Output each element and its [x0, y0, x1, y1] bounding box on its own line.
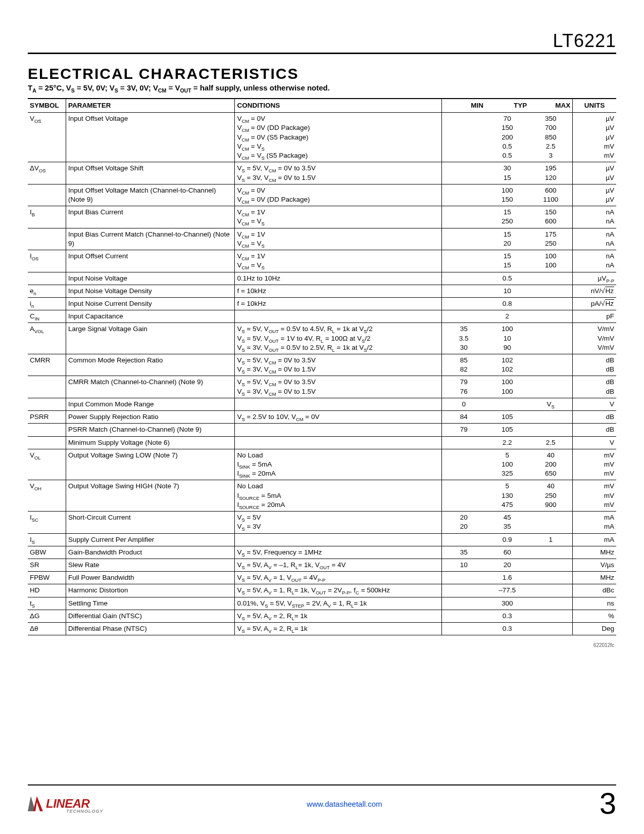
- cell-symbol: SR: [28, 559, 66, 571]
- cell-parameter: Supply Current Per Amplifier: [66, 533, 235, 546]
- cell-parameter: Output Voltage Swing LOW (Note 7): [66, 449, 235, 480]
- cell-min: [442, 584, 485, 597]
- cell-typ: 4535: [485, 512, 529, 533]
- table-row: Input Offset Voltage Match (Channel-to-C…: [28, 184, 616, 206]
- cell-units: mVmVmV: [573, 449, 616, 480]
- cell-max: [529, 610, 572, 622]
- cell-parameter: Gain-Bandwidth Product: [66, 546, 235, 559]
- cell-conditions: [235, 398, 442, 410]
- cell-symbol: ΔVOS: [28, 162, 66, 184]
- cell-symbol: GBW: [28, 546, 66, 559]
- cell-typ: 5130475: [485, 480, 529, 512]
- table-row: PSRR Match (Channel-to-Channel) (Note 9)…: [28, 424, 616, 436]
- cell-typ: 20: [485, 559, 529, 571]
- cell-symbol: in: [28, 297, 66, 310]
- cell-typ: –77.5: [485, 584, 529, 597]
- cell-min: 7976: [442, 376, 485, 398]
- cell-min: [442, 572, 485, 584]
- table-row: IOSInput Offset CurrentVCM = 1VVCM = VS1…: [28, 250, 616, 272]
- cell-typ: 0.3: [485, 623, 529, 635]
- cell-units: pA/Hz: [573, 297, 616, 310]
- cell-units: pF: [573, 310, 616, 323]
- part-number: LT6221: [28, 30, 616, 54]
- cell-conditions: VS = 5V, AV = 2, RL= 1k: [235, 623, 442, 635]
- cell-typ: 1515: [485, 250, 529, 272]
- cell-symbol: AVOL: [28, 323, 66, 354]
- cell-max: [529, 310, 572, 323]
- cell-min: [442, 285, 485, 297]
- cell-typ: [485, 398, 529, 410]
- cell-symbol: [28, 424, 66, 436]
- cell-max: [529, 597, 572, 610]
- col-units: UNITS: [573, 99, 616, 113]
- table-row: VOHOutput Voltage Swing HIGH (Note 7)No …: [28, 480, 616, 512]
- cell-parameter: Input Noise Voltage Density: [66, 285, 235, 297]
- cell-conditions: VCM = 1VVCM = VS: [235, 228, 442, 250]
- cell-conditions: VS = 5V, VOUT = 0.5V to 4.5V, RL = 1k at…: [235, 323, 442, 354]
- cell-parameter: Differential Gain (NTSC): [66, 610, 235, 622]
- cell-min: [442, 310, 485, 323]
- table-row: CMRRCommon Mode Rejection RatioVS = 5V, …: [28, 354, 616, 376]
- cell-units: %: [573, 610, 616, 622]
- cell-parameter: Input Common Mode Range: [66, 398, 235, 410]
- cell-parameter: CMRR Match (Channel-to-Channel) (Note 9): [66, 376, 235, 398]
- page-number: 3: [600, 789, 616, 819]
- table-row: VOSInput Offset VoltageVCM = 0VVCM = 0V …: [28, 113, 616, 162]
- table-row: ΔθDifferential Phase (NTSC)VS = 5V, AV =…: [28, 623, 616, 635]
- cell-min: [442, 623, 485, 635]
- cell-min: 0: [442, 398, 485, 410]
- cell-conditions: VCM = 0VVCM = 0V (DD Package)VCM = 0V (S…: [235, 113, 442, 162]
- cell-min: [442, 113, 485, 162]
- cell-units: V/mVV/mVV/mV: [573, 323, 616, 354]
- brand-logo: LINEAR TECHNOLOGY: [28, 796, 89, 811]
- cell-conditions: VS = 5V, AV = –1, RL= 1k, VOUT = 4V: [235, 559, 442, 571]
- cell-typ: 60: [485, 546, 529, 559]
- cell-parameter: Harmonic Distortion: [66, 584, 235, 597]
- table-row: CINInput Capacitance2pF: [28, 310, 616, 323]
- cell-parameter: Slew Rate: [66, 559, 235, 571]
- table-header-row: SYMBOL PARAMETER CONDITIONS MIN TYP MAX …: [28, 99, 616, 113]
- cell-units: µVµVµVmVmV: [573, 113, 616, 162]
- cell-symbol: [28, 376, 66, 398]
- cell-symbol: IOS: [28, 250, 66, 272]
- cell-symbol: VOH: [28, 480, 66, 512]
- cell-units: ns: [573, 597, 616, 610]
- cell-parameter: Input Offset Voltage Match (Channel-to-C…: [66, 184, 235, 206]
- cell-symbol: IB: [28, 206, 66, 228]
- table-row: Input Common Mode Range0VSV: [28, 398, 616, 410]
- table-row: GBWGain-Bandwidth ProductVS = 5V, Freque…: [28, 546, 616, 559]
- footer-url[interactable]: www.datasheetall.com: [89, 800, 599, 808]
- cell-max: [529, 411, 572, 424]
- cell-parameter: Full Power Bandwidth: [66, 572, 235, 584]
- table-row: Input Noise Voltage0.1Hz to 10Hz0.5µVP-P: [28, 272, 616, 285]
- cell-units: µVP-P: [573, 272, 616, 285]
- cell-units: nAnA: [573, 228, 616, 250]
- cell-max: [529, 559, 572, 571]
- cell-conditions: VS = 5V, AV = 1, VOUT = 4VP-P: [235, 572, 442, 584]
- cell-max: 40200650: [529, 449, 572, 480]
- cell-parameter: Large Signal Voltage Gain: [66, 323, 235, 354]
- cell-parameter: Input Bias Current: [66, 206, 235, 228]
- cell-typ: 105: [485, 411, 529, 424]
- cell-typ: 102102: [485, 354, 529, 376]
- cell-min: [442, 436, 485, 449]
- cell-symbol: [28, 184, 66, 206]
- cell-typ: 100100: [485, 376, 529, 398]
- col-parameter: PARAMETER: [66, 99, 235, 113]
- cell-symbol: Δθ: [28, 623, 66, 635]
- cell-conditions: [235, 424, 442, 436]
- cell-conditions: 0.1Hz to 10Hz: [235, 272, 442, 285]
- cell-parameter: Input Bias Current Match (Channel-to-Cha…: [66, 228, 235, 250]
- cell-conditions: VS = 5V, VCM = 0V to 3.5VVS = 3V, VCM = …: [235, 162, 442, 184]
- cell-min: [442, 184, 485, 206]
- cell-conditions: VCM = 1VVCM = VS: [235, 250, 442, 272]
- cell-max: 3507008502.53: [529, 113, 572, 162]
- cell-units: mAmA: [573, 512, 616, 533]
- table-row: IBInput Bias CurrentVCM = 1VVCM = VS1525…: [28, 206, 616, 228]
- cell-units: nAnA: [573, 206, 616, 228]
- cell-units: MHz: [573, 572, 616, 584]
- cell-units: dBdB: [573, 376, 616, 398]
- cell-units: dBdB: [573, 354, 616, 376]
- cell-min: 79: [442, 424, 485, 436]
- cell-typ: 2.2: [485, 436, 529, 449]
